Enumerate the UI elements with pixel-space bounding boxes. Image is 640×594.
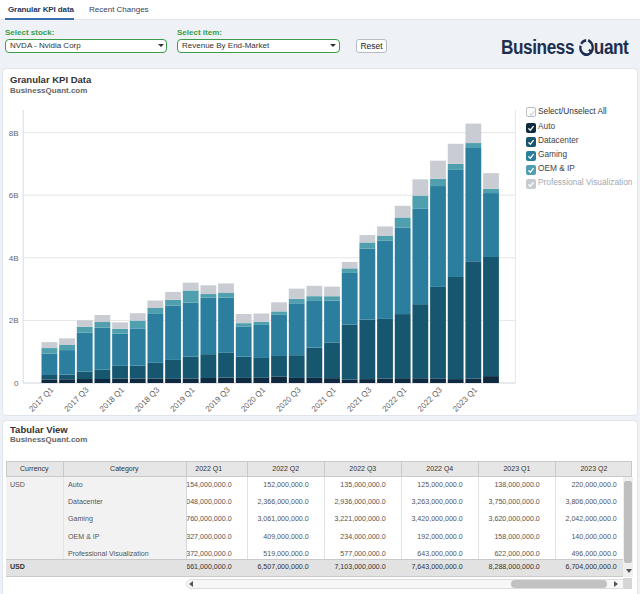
svg-text:2019 Q3: 2019 Q3 — [204, 385, 232, 413]
svg-text:2023 Q1: 2023 Q1 — [451, 385, 479, 413]
svg-text:2022 Q1: 2022 Q1 — [380, 385, 408, 413]
svg-text:2018 Q3: 2018 Q3 — [133, 385, 161, 413]
svg-text:8B: 8B — [9, 129, 19, 138]
svg-text:2017 Q3: 2017 Q3 — [62, 385, 90, 413]
svg-text:2019 Q1: 2019 Q1 — [168, 385, 196, 413]
svg-text:0: 0 — [14, 379, 19, 388]
svg-text:2021 Q3: 2021 Q3 — [345, 385, 373, 413]
svg-text:2022 Q3: 2022 Q3 — [416, 385, 444, 413]
svg-text:2020 Q1: 2020 Q1 — [239, 385, 267, 413]
svg-text:2021 Q1: 2021 Q1 — [310, 385, 338, 413]
svg-text:2018 Q1: 2018 Q1 — [98, 385, 126, 413]
svg-text:6B: 6B — [9, 191, 19, 200]
svg-text:2017 Q1: 2017 Q1 — [27, 385, 55, 413]
svg-text:2B: 2B — [9, 316, 19, 325]
svg-text:4B: 4B — [9, 254, 19, 263]
svg-text:2020 Q3: 2020 Q3 — [274, 385, 302, 413]
